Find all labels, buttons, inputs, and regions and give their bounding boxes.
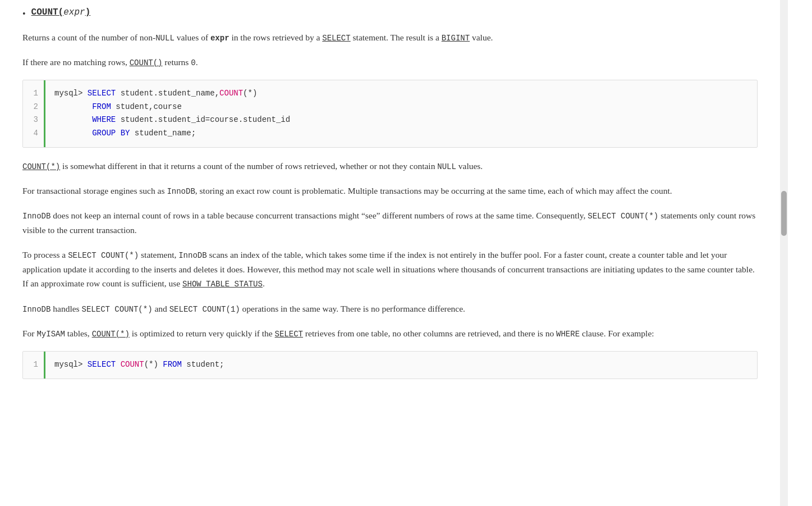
func-heading: COUNT(expr) [31,6,91,20]
code-block-2: 1 mysql> SELECT COUNT(*) FROM student; [22,351,758,379]
kw-select-1: SELECT [88,89,116,98]
paragraph-innodb-3: InnoDB handles SELECT COUNT(*) and SELEC… [22,302,758,316]
code-text-6 [116,360,120,369]
bullet-dot: • [22,7,26,21]
line-num-4: 4 [29,127,38,140]
code-text-4: student.student_id=course.student_id [116,115,290,124]
paragraph-myisam: For MyISAM tables, COUNT(*) is optimized… [22,326,758,341]
content-area: • COUNT(expr) Returns a count of the num… [0,0,780,506]
line-num-b1: 1 [29,358,38,372]
func-close: ) [85,7,91,17]
code-block-1: 1 2 3 4 mysql> SELECT student.student_na… [22,80,758,148]
kw-groupby-1: GROUP BY [92,129,130,138]
inline-count-star-2: COUNT(*) [92,330,130,339]
bullet-section: • COUNT(expr) [22,6,758,21]
code-body-1: mysql> SELECT student.student_name,COUNT… [45,80,757,147]
kw-from-1: FROM [92,102,111,111]
kw-from-2: FROM [163,360,182,369]
paragraph-innodb-2: To process a SELECT COUNT(*) statement, … [22,248,758,291]
inline-expr: expr [210,34,230,43]
code-gutter-1: 1 2 3 4 [23,80,45,147]
line-num-2: 2 [29,101,38,114]
inline-show-table-status: SHOW TABLE STATUS [182,280,263,289]
func-args: expr [63,7,85,17]
inline-select-count-1-val: SELECT COUNT(1) [169,305,240,314]
kw-count-1: COUNT [219,89,243,98]
inline-null: NULL [155,34,175,43]
kw-where-1: WHERE [92,115,116,124]
inline-bigint: BIGINT [442,34,470,43]
inline-select-count-star: SELECT COUNT(*) [82,305,153,314]
inline-count-empty: COUNT() [130,58,163,67]
paragraph-2: If there are no matching rows, COUNT() r… [22,55,758,70]
code-body-2: mysql> SELECT COUNT(*) FROM student; [45,352,757,379]
paragraph-count-star: COUNT(*) is somewhat different in that i… [22,159,758,174]
inline-count-star: COUNT(*) [22,162,60,171]
paragraph-transactional: For transactional storage engines such a… [22,184,758,198]
inline-zero: 0 [191,58,195,67]
paragraph-innodb-1: InnoDB does not keep an internal count o… [22,208,758,238]
code-text-8: student; [182,360,224,369]
page-container: • COUNT(expr) Returns a count of the num… [0,0,812,506]
line-num-1: 1 [29,87,38,101]
inline-select: SELECT [322,34,350,43]
code-text-3: student,course [111,102,182,111]
code-gutter-2: 1 [23,352,45,379]
code-text-7: (*) [144,360,163,369]
inline-myisam: MyISAM [36,330,65,339]
paragraph-1: Returns a count of the number of non-NUL… [22,30,758,45]
code-text-2: (*) [243,89,257,98]
line-num-3: 3 [29,113,38,127]
inline-innodb-1: InnoDB [167,187,195,196]
inline-innodb-2: InnoDB [22,212,51,221]
prompt-2: mysql> [54,360,88,369]
code-text-5: student_name; [130,129,196,138]
prompt-1: mysql> [54,89,88,98]
inline-select-count-2: SELECT COUNT(*) [68,251,139,260]
inline-select-count-1: SELECT COUNT(*) [588,212,658,221]
inline-innodb-3: InnoDB [178,251,207,260]
scrollbar-thumb[interactable] [781,191,787,236]
inline-where: WHERE [556,330,580,339]
func-name: COUNT( [31,7,64,17]
kw-count-2: COUNT [121,360,144,369]
kw-select-2: SELECT [88,360,116,369]
inline-innodb-4: InnoDB [22,305,51,314]
scrollbar-track[interactable] [780,0,788,506]
code-text-1: student.student_name, [116,89,219,98]
inline-null-2: NULL [437,162,456,171]
inline-select-2: SELECT [275,330,303,339]
